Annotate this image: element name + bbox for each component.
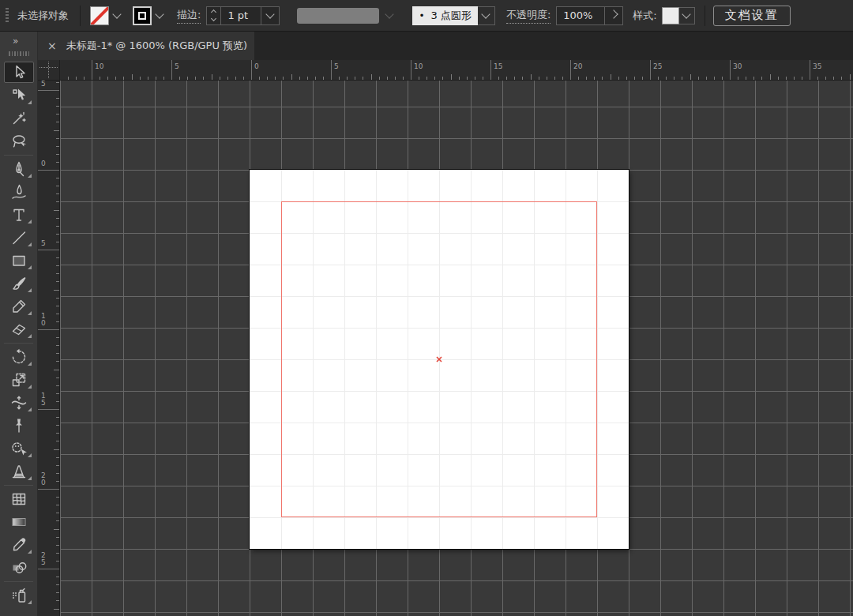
ruler-tick bbox=[54, 130, 59, 131]
symbol-sprayer-tool[interactable] bbox=[0, 584, 37, 607]
eyedropper-tool[interactable] bbox=[0, 534, 37, 557]
pen-tool-icon[interactable] bbox=[4, 158, 34, 179]
symbol-sprayer-tool-icon[interactable] bbox=[4, 584, 34, 606]
stepper-up-icon[interactable] bbox=[211, 9, 216, 15]
ruler-tick bbox=[738, 77, 738, 80]
ruler-tick bbox=[56, 584, 59, 585]
flyout-triangle-icon bbox=[28, 362, 32, 366]
ruler-tick bbox=[54, 449, 59, 450]
ruler-tick bbox=[331, 60, 332, 80]
ruler-tick bbox=[56, 345, 59, 346]
stroke-color-swatch[interactable] bbox=[133, 6, 152, 25]
pen-tool[interactable] bbox=[0, 158, 37, 181]
width-tool-icon[interactable] bbox=[4, 392, 34, 413]
control-bar-gripper[interactable] bbox=[6, 8, 9, 24]
stroke-weight-value[interactable]: 1 pt bbox=[221, 9, 261, 21]
eyedropper-tool-icon[interactable] bbox=[4, 534, 34, 555]
ruler-tick bbox=[753, 77, 754, 80]
type-tool-icon[interactable] bbox=[4, 204, 34, 225]
ruler-tick bbox=[195, 77, 196, 80]
tools-panel-gripper[interactable] bbox=[9, 51, 29, 56]
document-setup-button[interactable]: 文档设置 bbox=[713, 6, 791, 26]
document-tab[interactable]: × 未标题-1* @ 1600% (RGB/GPU 预览) bbox=[38, 32, 254, 60]
flyout-triangle-icon bbox=[28, 220, 32, 223]
brush-definition-dropdown[interactable] bbox=[478, 6, 495, 25]
type-tool[interactable] bbox=[0, 204, 37, 227]
magic-wand-tool[interactable] bbox=[0, 107, 37, 130]
canvas[interactable] bbox=[60, 81, 853, 616]
stroke-weight-dropdown[interactable] bbox=[261, 7, 279, 24]
ruler-tick bbox=[283, 77, 284, 80]
eraser-tool[interactable] bbox=[0, 318, 37, 341]
ruler-tick bbox=[56, 417, 59, 418]
ruler-tick bbox=[611, 74, 611, 80]
shape-builder-tool[interactable] bbox=[0, 438, 37, 460]
mesh-tool[interactable] bbox=[0, 488, 37, 511]
stroke-panel-link[interactable]: 描边: bbox=[177, 8, 201, 24]
magic-wand-tool-icon[interactable] bbox=[4, 107, 34, 129]
ruler-tick bbox=[56, 385, 59, 386]
ruler-tick bbox=[38, 250, 59, 250]
mesh-tool-icon[interactable] bbox=[4, 488, 34, 509]
stepper-down-icon[interactable] bbox=[211, 16, 216, 21]
ruler-tick bbox=[578, 77, 579, 80]
width-tool[interactable] bbox=[0, 392, 37, 415]
direct-selection-tool-icon[interactable] bbox=[4, 85, 34, 106]
ruler-tick bbox=[56, 553, 59, 554]
rectangle-tool-icon[interactable] bbox=[4, 250, 34, 271]
ruler-tick bbox=[56, 520, 59, 521]
vertical-ruler[interactable]: 5051 01 52 02 5 bbox=[38, 81, 60, 616]
gradient-tool[interactable] bbox=[0, 511, 37, 534]
paintbrush-tool[interactable] bbox=[0, 272, 37, 295]
rectangle-tool[interactable] bbox=[0, 250, 37, 272]
shaper-tool[interactable] bbox=[0, 295, 37, 318]
ruler-tick bbox=[56, 600, 59, 601]
paintbrush-tool-icon[interactable] bbox=[4, 272, 34, 294]
lasso-tool[interactable] bbox=[0, 130, 37, 153]
scale-tool[interactable] bbox=[0, 369, 37, 392]
rotate-tool[interactable] bbox=[0, 346, 37, 369]
selection-tool[interactable] bbox=[0, 62, 37, 85]
opacity-flyout-button[interactable] bbox=[604, 7, 622, 24]
style-dropdown[interactable] bbox=[679, 7, 695, 24]
ruler-tick bbox=[490, 60, 491, 80]
puppet-warp-tool-icon[interactable] bbox=[4, 415, 34, 436]
line-segment-tool-icon[interactable] bbox=[4, 227, 34, 248]
stroke-dropdown-chevron-icon[interactable] bbox=[155, 9, 163, 18]
ruler-label: 2 5 bbox=[41, 552, 47, 566]
stroke-weight-stepper[interactable] bbox=[207, 7, 221, 24]
eraser-tool-icon[interactable] bbox=[4, 318, 34, 340]
fill-color-swatch[interactable] bbox=[90, 6, 109, 25]
perspective-grid-tool-icon[interactable] bbox=[4, 460, 34, 482]
shape-builder-tool-icon[interactable] bbox=[4, 438, 34, 459]
ruler-tick bbox=[770, 74, 771, 80]
blend-tool[interactable] bbox=[0, 557, 37, 580]
selection-tool-icon[interactable] bbox=[4, 62, 34, 83]
expand-panel-button[interactable]: » bbox=[13, 36, 37, 47]
curvature-tool-icon[interactable] bbox=[4, 181, 34, 202]
lasso-tool-icon[interactable] bbox=[4, 130, 34, 152]
shaper-tool-icon[interactable] bbox=[4, 295, 34, 317]
brush-definition-field[interactable]: • 3 点圆形 bbox=[412, 6, 477, 25]
line-segment-tool[interactable] bbox=[0, 227, 37, 250]
gradient-tool-icon[interactable] bbox=[4, 511, 34, 532]
scale-tool-icon[interactable] bbox=[4, 369, 34, 390]
fill-dropdown-chevron-icon[interactable] bbox=[112, 9, 121, 18]
curvature-tool[interactable] bbox=[0, 181, 37, 204]
close-tab-icon[interactable]: × bbox=[47, 39, 57, 52]
opacity-panel-link[interactable]: 不透明度: bbox=[506, 8, 551, 24]
rotate-tool-icon[interactable] bbox=[4, 346, 34, 367]
perspective-grid-tool[interactable] bbox=[0, 460, 37, 483]
flyout-triangle-icon bbox=[28, 100, 32, 104]
style-swatch[interactable] bbox=[662, 7, 679, 24]
direct-selection-tool[interactable] bbox=[0, 85, 37, 107]
ruler-tick bbox=[38, 329, 59, 330]
puppet-warp-tool[interactable] bbox=[0, 415, 37, 438]
blend-tool-icon[interactable] bbox=[4, 557, 34, 578]
opacity-value[interactable]: 100% bbox=[557, 9, 604, 21]
horizontal-ruler[interactable]: 10505101520253035 bbox=[60, 60, 853, 81]
ruler-tick bbox=[76, 77, 77, 80]
ruler-tick bbox=[307, 77, 308, 80]
ruler-origin-corner[interactable] bbox=[38, 60, 60, 81]
ruler-tick bbox=[56, 377, 59, 378]
